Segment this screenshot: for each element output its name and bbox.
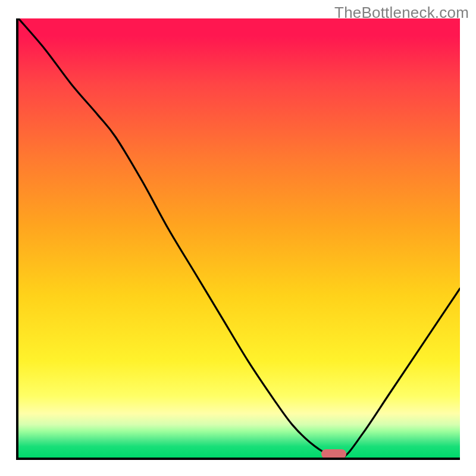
- optimal-marker: [321, 449, 346, 459]
- chart-stage: TheBottleneck.com: [0, 0, 476, 476]
- plot-area: [16, 18, 460, 460]
- bottleneck-curve: [18, 18, 460, 458]
- curve-svg: [18, 18, 460, 458]
